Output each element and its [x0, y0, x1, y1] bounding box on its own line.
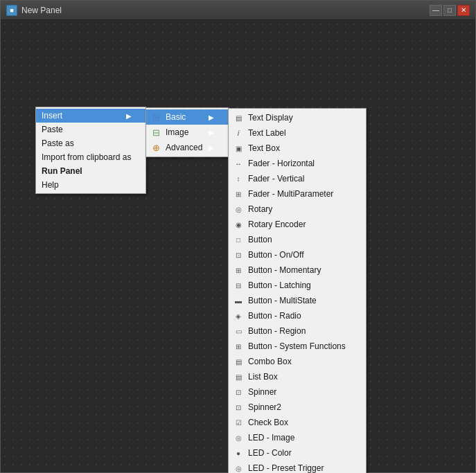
- menu-item-rotary-encoder[interactable]: ◉ Rotary Encoder: [229, 217, 366, 232]
- menu-item-button-sysfunc-label: Button - System Functions: [248, 341, 346, 351]
- menu-item-help[interactable]: Help: [36, 178, 146, 192]
- menu-item-run-panel[interactable]: Run Panel: [36, 164, 146, 178]
- menu-item-text-label[interactable]: i Text Label: [229, 125, 366, 141]
- menu-item-advanced-label: Advanced: [166, 143, 202, 152]
- rotary-encoder-icon: ◉: [233, 219, 244, 230]
- menu-item-rotary-label: Rotary: [248, 204, 272, 214]
- menu-level3: ▤ Text Display i Text Label ▣ Text Box: [228, 108, 367, 473]
- close-button[interactable]: ✕: [457, 5, 470, 16]
- menu-item-button-latching[interactable]: ⊟ Button - Latching: [229, 278, 366, 293]
- menu-item-button-region-label: Button - Region: [248, 326, 306, 336]
- title-buttons: — □ ✕: [430, 5, 470, 16]
- button-multistate-icon: ▬: [233, 295, 244, 306]
- menu-item-paste-as-label: Paste as: [42, 139, 74, 148]
- advanced-arrow: ▶: [209, 144, 214, 152]
- menu-item-led-color-label: LED - Color: [248, 448, 292, 458]
- menu-item-button[interactable]: □ Button: [229, 232, 366, 247]
- menu-item-button-sysfunc[interactable]: ⊞ Button - System Functions: [229, 339, 366, 354]
- button-sysfunc-icon: ⊞: [233, 341, 244, 352]
- menu-level2: ⊞ Basic ▶ ▤ Text Display i: [146, 107, 229, 157]
- advanced-icon: ⊕: [150, 142, 161, 153]
- menu-item-image[interactable]: ⊟ Image ▶: [146, 125, 228, 140]
- button-icon: □: [233, 234, 244, 245]
- rotary-icon: ◎: [233, 204, 244, 215]
- menu-item-combo-box[interactable]: ▤ Combo Box: [229, 354, 366, 369]
- button-latching-icon: ⊟: [233, 280, 244, 291]
- menu-item-button-label: Button: [248, 235, 272, 244]
- led-color-icon: ●: [233, 447, 244, 458]
- text-label-icon: i: [233, 127, 244, 139]
- menu-item-button-onoff-label: Button - On/Off: [248, 250, 303, 260]
- menu-item-advanced[interactable]: ⊕ Advanced ▶: [146, 140, 228, 155]
- button-radio-icon: ◈: [233, 310, 244, 321]
- menu-item-led-preset[interactable]: ◎ LED - Preset Trigger: [229, 461, 366, 473]
- fader-v-icon: ↕: [233, 173, 244, 184]
- text-display-icon: ▤: [233, 112, 244, 123]
- fader-h-icon: ↔: [233, 158, 244, 169]
- spinner2-icon: ⊡: [233, 402, 244, 413]
- basic-icon: ⊞: [150, 111, 161, 123]
- led-image-icon: ◎: [233, 432, 244, 443]
- menu-item-rotary-encoder-label: Rotary Encoder: [248, 220, 306, 229]
- image-arrow: ▶: [209, 129, 214, 136]
- menu-item-paste-as[interactable]: Paste as: [36, 136, 146, 150]
- menu-item-spinner2[interactable]: ⊡ Spinner2: [229, 400, 366, 415]
- menu-item-insert-label: Insert: [42, 111, 62, 121]
- menu-level1: Insert ▶ ⊞ Basic ▶ ▤ Text Disp: [35, 107, 146, 194]
- menu-item-text-box[interactable]: ▣ Text Box: [229, 141, 366, 156]
- combo-box-icon: ▤: [233, 356, 244, 367]
- led-preset-icon: ◎: [233, 463, 244, 473]
- menu-item-basic[interactable]: ⊞ Basic ▶ ▤ Text Display i: [146, 109, 228, 125]
- menu-item-button-radio-label: Button - Radio: [248, 311, 301, 321]
- menu-item-import-label: Import from clipboard as: [42, 152, 131, 162]
- menu-item-paste[interactable]: Paste: [36, 123, 146, 136]
- window-title: New Panel: [21, 6, 62, 15]
- menu-item-rotary[interactable]: ◎ Rotary: [229, 202, 366, 217]
- menu-item-fader-v[interactable]: ↕ Fader - Vertical: [229, 171, 366, 186]
- menu-item-fader-multi-label: Fader - MultiParameter: [248, 189, 333, 199]
- menu-item-led-preset-label: LED - Preset Trigger: [248, 463, 324, 473]
- insert-arrow: ▶: [126, 112, 132, 120]
- menu-item-run-panel-label: Run Panel: [42, 166, 82, 176]
- menu-item-text-display-label: Text Display: [248, 113, 293, 123]
- menu-item-list-box[interactable]: ▤ List Box: [229, 369, 366, 384]
- menu-item-spinner-label: Spinner: [248, 387, 276, 397]
- title-bar: ■ New Panel — □ ✕: [1, 1, 475, 20]
- menu-item-fader-multi[interactable]: ⊞ Fader - MultiParameter: [229, 186, 366, 202]
- menu-item-paste-label: Paste: [42, 125, 63, 134]
- menu-item-spinner2-label: Spinner2: [248, 402, 281, 412]
- maximize-button[interactable]: □: [443, 5, 456, 16]
- menu-item-list-box-label: List Box: [248, 372, 278, 382]
- menu-item-help-label: Help: [42, 180, 59, 190]
- menu-item-button-onoff[interactable]: ⊡ Button - On/Off: [229, 247, 366, 262]
- menu-item-button-momentary[interactable]: ⊞ Button - Momentary: [229, 262, 366, 278]
- menu-item-text-label-label: Text Label: [248, 128, 286, 138]
- menu-item-button-multistate[interactable]: ▬ Button - MultiState: [229, 293, 366, 308]
- context-menu: Insert ▶ ⊞ Basic ▶ ▤ Text Disp: [35, 107, 146, 194]
- check-box-icon: ☑: [233, 417, 244, 428]
- menu-item-text-display[interactable]: ▤ Text Display: [229, 110, 366, 125]
- menu-item-fader-v-label: Fader - Vertical: [248, 174, 304, 184]
- canvas-area: Insert ▶ ⊞ Basic ▶ ▤ Text Disp: [1, 20, 475, 472]
- menu-item-image-label: Image: [166, 127, 188, 137]
- menu-item-button-momentary-label: Button - Momentary: [248, 265, 321, 275]
- menu-item-text-box-label: Text Box: [248, 143, 280, 153]
- menu-item-button-region[interactable]: ▭ Button - Region: [229, 323, 366, 339]
- spinner-icon: ⊡: [233, 386, 244, 398]
- menu-item-insert[interactable]: Insert ▶ ⊞ Basic ▶ ▤ Text Disp: [36, 109, 146, 123]
- menu-item-import[interactable]: Import from clipboard as: [36, 150, 146, 164]
- main-window: ■ New Panel — □ ✕ Insert ▶ ⊞ Basic: [0, 0, 476, 473]
- menu-item-fader-h[interactable]: ↔ Fader - Horizontal: [229, 156, 366, 171]
- basic-arrow: ▶: [209, 114, 214, 121]
- menu-item-spinner[interactable]: ⊡ Spinner: [229, 384, 366, 400]
- menu-item-led-image-label: LED - Image: [248, 433, 294, 443]
- menu-item-led-color[interactable]: ● LED - Color: [229, 445, 366, 461]
- menu-item-basic-label: Basic: [166, 112, 186, 122]
- text-box-icon: ▣: [233, 143, 244, 154]
- menu-item-button-radio[interactable]: ◈ Button - Radio: [229, 308, 366, 323]
- minimize-button[interactable]: —: [430, 5, 442, 16]
- title-bar-left: ■ New Panel: [6, 5, 62, 16]
- app-icon: ■: [6, 5, 17, 16]
- menu-item-check-box[interactable]: ☑ Check Box: [229, 415, 366, 430]
- menu-item-led-image[interactable]: ◎ LED - Image: [229, 430, 366, 445]
